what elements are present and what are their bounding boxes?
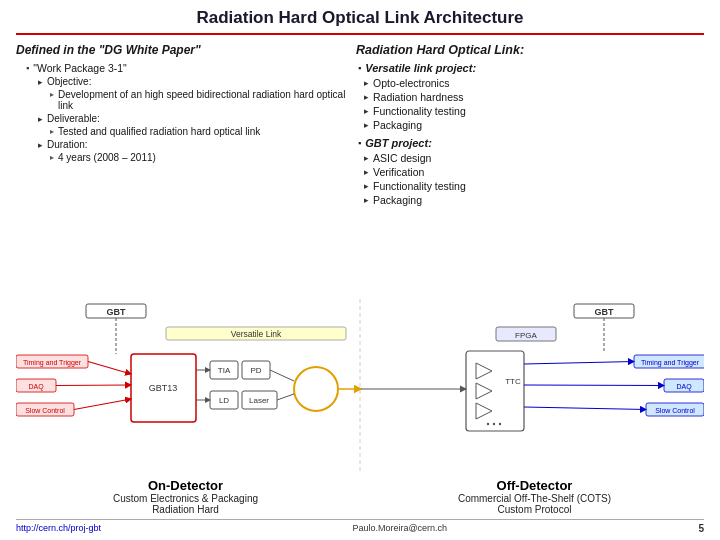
- svg-text:Slow Control: Slow Control: [25, 407, 65, 414]
- versatile-section: Versatile link project: Opto-electronics…: [356, 62, 704, 131]
- svg-rect-32: [466, 351, 524, 431]
- svg-line-50: [270, 370, 294, 381]
- deliverable-label: Deliverable:: [38, 113, 346, 124]
- svg-point-37: [487, 423, 489, 425]
- left-panel: Defined in the "DG White Paper" "Work Pa…: [16, 43, 346, 293]
- svg-line-45: [524, 407, 646, 410]
- versatile-bullet-1: Radiation hardness: [364, 91, 704, 103]
- deliverable-detail: Tested and qualified radiation hard opti…: [50, 126, 346, 137]
- svg-text:FPGA: FPGA: [515, 331, 537, 340]
- svg-line-42: [74, 399, 131, 410]
- gbt-bullet-1: Verification: [364, 166, 704, 178]
- on-detector-title: On-Detector: [16, 478, 355, 493]
- svg-point-38: [493, 423, 495, 425]
- versatile-bullet-0: Opto-electronics: [364, 77, 704, 89]
- svg-text:GBT: GBT: [107, 307, 127, 317]
- footer-email: Paulo.Moreira@cern.ch: [352, 523, 447, 534]
- svg-text:GBT13: GBT13: [149, 383, 178, 393]
- caption-right: Off-Detector Commercial Off-The-Shelf (C…: [365, 478, 704, 515]
- duration-detail: 4 years (2008 – 2011): [50, 152, 346, 163]
- svg-line-41: [56, 385, 131, 386]
- svg-line-40: [88, 362, 131, 375]
- gbt-bullet-0: ASIC design: [364, 152, 704, 164]
- objective-detail: Development of an high speed bidirection…: [50, 89, 346, 111]
- versatile-title: Versatile link project:: [358, 62, 704, 74]
- on-detector-line1: Custom Electronics & Packaging: [16, 493, 355, 504]
- off-detector-title: Off-Detector: [365, 478, 704, 493]
- gbt-bullet-2: Functionality testing: [364, 180, 704, 192]
- work-package-item: "Work Package 3-1": [26, 62, 346, 74]
- svg-text:Slow Control: Slow Control: [655, 407, 695, 414]
- off-detector-line2: Custom Protocol: [365, 504, 704, 515]
- svg-text:DAQ: DAQ: [28, 383, 44, 391]
- svg-text:Timing and Trigger: Timing and Trigger: [641, 359, 700, 367]
- left-header: Defined in the "DG White Paper": [16, 43, 346, 57]
- gbt-bullet-3: Packaging: [364, 194, 704, 206]
- svg-line-51: [277, 394, 294, 400]
- footer-page: 5: [698, 523, 704, 534]
- svg-point-31: [294, 367, 338, 411]
- svg-text:LD: LD: [219, 396, 229, 405]
- right-panel: Radiation Hard Optical Link: Versatile l…: [356, 43, 704, 293]
- main-content: Defined in the "DG White Paper" "Work Pa…: [16, 43, 704, 293]
- footer: http://cern.ch/proj-gbt Paulo.Moreira@ce…: [16, 519, 704, 534]
- svg-text:TIA: TIA: [218, 366, 231, 375]
- versatile-bullet-3: Packaging: [364, 119, 704, 131]
- diagram-area: GBT GBT Versatile Link FPGA Timing and T…: [16, 299, 704, 474]
- svg-text:TTC: TTC: [505, 377, 521, 386]
- svg-text:Laser: Laser: [249, 396, 269, 405]
- right-header: Radiation Hard Optical Link:: [356, 43, 704, 57]
- versatile-bullet-2: Functionality testing: [364, 105, 704, 117]
- off-detector-line1: Commercial Off-The-Shelf (COTS): [365, 493, 704, 504]
- footer-url: http://cern.ch/proj-gbt: [16, 523, 101, 534]
- on-detector-line2: Radiation Hard: [16, 504, 355, 515]
- svg-line-44: [524, 385, 664, 386]
- caption-left: On-Detector Custom Electronics & Packagi…: [16, 478, 355, 515]
- page-container: Radiation Hard Optical Link Architecture…: [0, 0, 720, 540]
- svg-text:PD: PD: [250, 366, 261, 375]
- gbt-title: GBT project:: [358, 137, 704, 149]
- svg-text:DAQ: DAQ: [676, 383, 692, 391]
- captions-area: On-Detector Custom Electronics & Packagi…: [16, 478, 704, 515]
- page-title: Radiation Hard Optical Link Architecture: [16, 8, 704, 35]
- objective-label: Objective:: [38, 76, 346, 87]
- duration-label: Duration:: [38, 139, 346, 150]
- svg-text:Timing and Trigger: Timing and Trigger: [23, 359, 82, 367]
- gbt-section: GBT project: ASIC design Verification Fu…: [356, 137, 704, 206]
- svg-text:GBT: GBT: [595, 307, 615, 317]
- svg-point-39: [499, 423, 501, 425]
- svg-line-43: [524, 362, 634, 365]
- architecture-diagram: GBT GBT Versatile Link FPGA Timing and T…: [16, 299, 704, 474]
- svg-text:Versatile Link: Versatile Link: [231, 329, 282, 339]
